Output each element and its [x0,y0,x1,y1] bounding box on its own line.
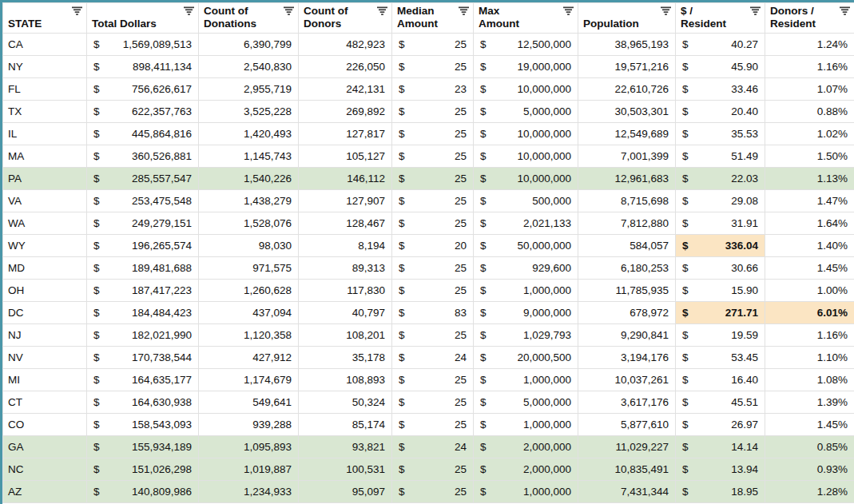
cell-OH-total-dollars[interactable]: $187,417,223 [87,280,199,302]
cell-CA-count-of-donors[interactable]: 482,923 [299,34,392,56]
cell-CA-state[interactable]: CA [3,34,87,56]
cell-MA-median-amount[interactable]: $25 [392,145,474,168]
cell-MA-total-dollars[interactable]: $360,526,881 [87,145,199,168]
filter-icon[interactable] [377,6,387,16]
cell-FL-count-of-donors[interactable]: 242,131 [299,78,392,101]
cell-DC-dollars-per-resident[interactable]: $271.71 [676,302,765,324]
cell-PA-population[interactable]: 12,961,683 [578,168,676,190]
cell-VA-donors-per-resident[interactable]: 1.47% [765,190,854,212]
column-header-donors-per-resident[interactable]: Donors / Resident [765,3,854,34]
cell-CT-donors-per-resident[interactable]: 1.39% [765,391,854,414]
cell-NC-dollars-per-resident[interactable]: $13.94 [676,458,765,481]
cell-CA-donors-per-resident[interactable]: 1.24% [765,34,854,56]
filter-icon[interactable] [563,6,574,16]
cell-IL-median-amount[interactable]: $25 [392,123,474,145]
cell-CO-count-of-donors[interactable]: 85,174 [299,414,392,436]
cell-FL-dollars-per-resident[interactable]: $33.46 [676,78,765,101]
cell-NV-max-amount[interactable]: $20,000,500 [474,347,578,369]
cell-NC-state[interactable]: NC [3,458,87,481]
cell-NJ-count-of-donors[interactable]: 108,201 [299,324,392,347]
filter-icon[interactable] [459,6,469,16]
cell-IL-population[interactable]: 12,549,689 [578,123,676,145]
cell-GA-count-of-donations[interactable]: 1,095,893 [199,436,299,458]
cell-NC-count-of-donors[interactable]: 100,531 [299,458,392,481]
cell-GA-median-amount[interactable]: $24 [392,436,474,458]
cell-TX-count-of-donations[interactable]: 3,525,228 [199,101,299,123]
cell-IL-count-of-donations[interactable]: 1,420,493 [199,123,299,145]
cell-VA-median-amount[interactable]: $25 [392,190,474,212]
cell-AZ-count-of-donors[interactable]: 95,097 [299,481,392,503]
cell-MI-donors-per-resident[interactable]: 1.08% [765,369,854,391]
cell-CO-count-of-donations[interactable]: 939,288 [199,414,299,436]
cell-NC-population[interactable]: 10,835,491 [578,458,676,481]
cell-VA-total-dollars[interactable]: $253,475,548 [87,190,199,212]
cell-IL-dollars-per-resident[interactable]: $35.53 [676,123,765,145]
cell-NY-max-amount[interactable]: $19,000,000 [474,56,578,78]
cell-DC-population[interactable]: 678,972 [578,302,676,324]
cell-OH-count-of-donors[interactable]: 117,830 [299,280,392,302]
cell-WY-count-of-donations[interactable]: 98,030 [199,235,299,257]
cell-DC-max-amount[interactable]: $9,000,000 [474,302,578,324]
column-header-median-amount[interactable]: Median Amount [392,3,474,34]
cell-PA-state[interactable]: PA [3,168,87,190]
column-header-count-of-donors[interactable]: Count of Donors [299,3,392,34]
cell-IL-max-amount[interactable]: $10,000,000 [474,123,578,145]
cell-AZ-max-amount[interactable]: $1,000,000 [474,481,578,503]
cell-WA-max-amount[interactable]: $2,021,133 [474,212,578,235]
cell-TX-median-amount[interactable]: $25 [392,101,474,123]
cell-CA-population[interactable]: 38,965,193 [578,34,676,56]
cell-GA-max-amount[interactable]: $2,000,000 [474,436,578,458]
cell-MD-median-amount[interactable]: $25 [392,257,474,280]
cell-CO-max-amount[interactable]: $1,000,000 [474,414,578,436]
cell-NY-count-of-donations[interactable]: 2,540,830 [199,56,299,78]
cell-MD-count-of-donations[interactable]: 971,575 [199,257,299,280]
column-header-total-dollars[interactable]: Total Dollars [87,3,199,34]
cell-MI-population[interactable]: 10,037,261 [578,369,676,391]
cell-VA-state[interactable]: VA [3,190,87,212]
cell-TX-max-amount[interactable]: $5,000,000 [474,101,578,123]
cell-OH-count-of-donations[interactable]: 1,260,628 [199,280,299,302]
cell-MD-state[interactable]: MD [3,257,87,280]
cell-MI-max-amount[interactable]: $1,000,000 [474,369,578,391]
cell-DC-state[interactable]: DC [3,302,87,324]
cell-WY-median-amount[interactable]: $20 [392,235,474,257]
cell-GA-state[interactable]: GA [3,436,87,458]
cell-NY-state[interactable]: NY [3,56,87,78]
filter-icon[interactable] [661,6,671,16]
column-header-dollars-per-resident[interactable]: $ / Resident [676,3,765,34]
cell-WA-donors-per-resident[interactable]: 1.64% [765,212,854,235]
cell-NJ-count-of-donations[interactable]: 1,120,358 [199,324,299,347]
cell-DC-count-of-donors[interactable]: 40,797 [299,302,392,324]
cell-IL-total-dollars[interactable]: $445,864,816 [87,123,199,145]
cell-DC-count-of-donations[interactable]: 437,094 [199,302,299,324]
cell-WA-median-amount[interactable]: $25 [392,212,474,235]
cell-TX-dollars-per-resident[interactable]: $20.40 [676,101,765,123]
cell-TX-total-dollars[interactable]: $622,357,763 [87,101,199,123]
column-header-population[interactable]: Population [578,3,676,34]
cell-CT-dollars-per-resident[interactable]: $45.51 [676,391,765,414]
cell-AZ-population[interactable]: 7,431,344 [578,481,676,503]
cell-WY-donors-per-resident[interactable]: 1.40% [765,235,854,257]
column-header-count-of-donations[interactable]: Count of Donations [199,3,299,34]
cell-NV-dollars-per-resident[interactable]: $53.45 [676,347,765,369]
cell-CO-population[interactable]: 5,877,610 [578,414,676,436]
cell-WY-max-amount[interactable]: $50,000,000 [474,235,578,257]
cell-MA-count-of-donations[interactable]: 1,145,743 [199,145,299,168]
cell-PA-donors-per-resident[interactable]: 1.13% [765,168,854,190]
cell-NY-median-amount[interactable]: $25 [392,56,474,78]
cell-WY-state[interactable]: WY [3,235,87,257]
cell-OH-population[interactable]: 11,785,935 [578,280,676,302]
cell-VA-dollars-per-resident[interactable]: $29.08 [676,190,765,212]
cell-OH-median-amount[interactable]: $25 [392,280,474,302]
cell-IL-state[interactable]: IL [3,123,87,145]
cell-NV-median-amount[interactable]: $24 [392,347,474,369]
cell-MI-state[interactable]: MI [3,369,87,391]
cell-AZ-median-amount[interactable]: $25 [392,481,474,503]
cell-IL-donors-per-resident[interactable]: 1.02% [765,123,854,145]
cell-MI-count-of-donors[interactable]: 108,893 [299,369,392,391]
cell-WY-dollars-per-resident[interactable]: $336.04 [676,235,765,257]
cell-AZ-donors-per-resident[interactable]: 1.28% [765,481,854,503]
cell-PA-dollars-per-resident[interactable]: $22.03 [676,168,765,190]
cell-AZ-state[interactable]: AZ [3,481,87,503]
cell-MA-state[interactable]: MA [3,145,87,168]
